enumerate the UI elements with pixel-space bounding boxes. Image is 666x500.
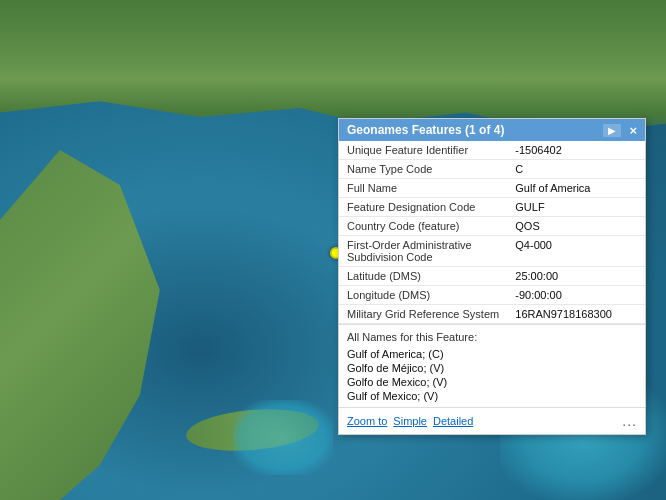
name-item: Golfo de Méjico; (V)	[347, 361, 637, 375]
panel-title: Geonames Features (1 of 4)	[347, 123, 504, 137]
table-row: Military Grid Reference System16RAN97181…	[339, 305, 645, 324]
table-row: Feature Designation CodeGULF	[339, 198, 645, 217]
table-row: First-Order Administrative Subdivision C…	[339, 236, 645, 267]
table-row: Longitude (DMS)-90:00:00	[339, 286, 645, 305]
table-row: Full NameGulf of America	[339, 179, 645, 198]
field-label: Country Code (feature)	[339, 217, 507, 236]
all-names-section: All Names for this Feature: Gulf of Amer…	[339, 324, 645, 407]
feature-table: Unique Feature Identifier-1506402Name Ty…	[339, 141, 645, 324]
map-shallow-water-2	[233, 400, 333, 475]
field-value: -1506402	[507, 141, 645, 160]
field-value: C	[507, 160, 645, 179]
panel-footer: Zoom to Simple Detailed ...	[339, 407, 645, 434]
panel-header-controls: ▶ ×	[603, 124, 637, 137]
names-list: Gulf of America; (C)Golfo de Méjico; (V)…	[347, 347, 637, 403]
field-value: Gulf of America	[507, 179, 645, 198]
footer-links: Zoom to Simple Detailed	[347, 415, 473, 427]
field-label: Latitude (DMS)	[339, 267, 507, 286]
table-row: Name Type CodeC	[339, 160, 645, 179]
close-button[interactable]: ×	[629, 124, 637, 137]
field-value: Q4-000	[507, 236, 645, 267]
zoom-to-link[interactable]: Zoom to	[347, 415, 387, 427]
detailed-link[interactable]: Detailed	[433, 415, 473, 427]
field-label: Longitude (DMS)	[339, 286, 507, 305]
more-options-button[interactable]: ...	[622, 413, 637, 429]
simple-link[interactable]: Simple	[393, 415, 427, 427]
table-row: Unique Feature Identifier-1506402	[339, 141, 645, 160]
panel-header: Geonames Features (1 of 4) ▶ ×	[339, 119, 645, 141]
field-value: -90:00:00	[507, 286, 645, 305]
field-label: Military Grid Reference System	[339, 305, 507, 324]
field-label: Feature Designation Code	[339, 198, 507, 217]
field-label: Unique Feature Identifier	[339, 141, 507, 160]
panel-header-left: Geonames Features (1 of 4)	[347, 123, 504, 137]
all-names-header: All Names for this Feature:	[347, 331, 637, 343]
field-value: 16RAN9718168300	[507, 305, 645, 324]
name-item: Golfo de Mexico; (V)	[347, 375, 637, 389]
field-value: QOS	[507, 217, 645, 236]
field-label: First-Order Administrative Subdivision C…	[339, 236, 507, 267]
next-feature-button[interactable]: ▶	[603, 124, 621, 137]
panel-content: Unique Feature Identifier-1506402Name Ty…	[339, 141, 645, 407]
name-item: Gulf of Mexico; (V)	[347, 389, 637, 403]
field-value: GULF	[507, 198, 645, 217]
field-label: Full Name	[339, 179, 507, 198]
name-item: Gulf of America; (C)	[347, 347, 637, 361]
info-panel: Geonames Features (1 of 4) ▶ × Unique Fe…	[338, 118, 646, 435]
table-row: Country Code (feature)QOS	[339, 217, 645, 236]
field-label: Name Type Code	[339, 160, 507, 179]
table-row: Latitude (DMS)25:00:00	[339, 267, 645, 286]
field-value: 25:00:00	[507, 267, 645, 286]
